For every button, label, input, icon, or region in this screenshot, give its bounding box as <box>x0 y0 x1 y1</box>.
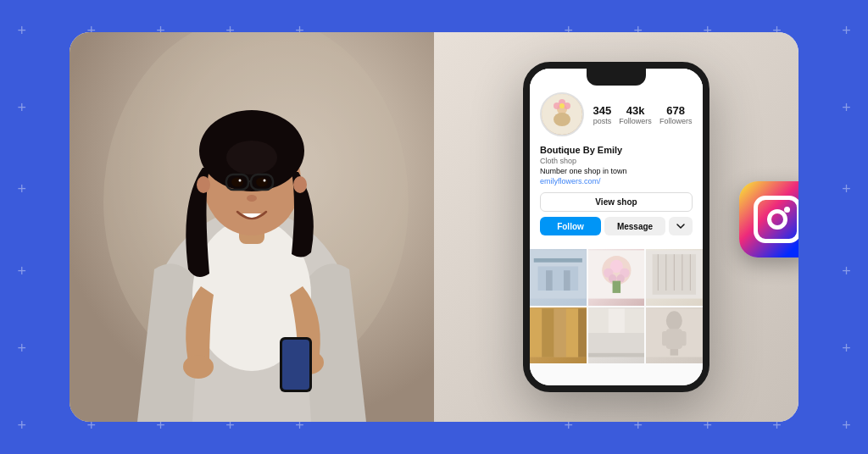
profile-header: 345 posts 43k Followers 678 Followers <box>540 92 693 136</box>
view-shop-button[interactable]: View shop <box>540 192 693 212</box>
plus-decoration: + <box>842 23 851 38</box>
svg-point-21 <box>247 195 257 202</box>
svg-point-23 <box>293 176 307 193</box>
svg-rect-33 <box>546 270 553 291</box>
instagram-logo-dot <box>784 207 790 213</box>
grid-item-5 <box>588 307 645 364</box>
plus-decoration: + <box>17 263 26 279</box>
grid-item-3 <box>646 249 703 306</box>
phone-mockup: 345 posts 43k Followers 678 Followers <box>523 62 709 392</box>
photo-grid <box>530 249 703 363</box>
svg-rect-64 <box>662 331 669 346</box>
right-section: 345 posts 43k Followers 678 Followers <box>434 32 798 422</box>
follow-button[interactable]: Follow <box>540 217 601 235</box>
svg-point-28 <box>564 102 570 109</box>
svg-rect-55 <box>566 308 578 357</box>
plus-decoration: + <box>842 340 851 356</box>
instagram-logo-inner <box>754 196 798 243</box>
svg-point-17 <box>231 178 243 187</box>
posts-count: 345 <box>593 104 612 117</box>
svg-point-19 <box>239 180 242 182</box>
followers-label: Followers <box>619 117 652 125</box>
svg-rect-34 <box>564 270 570 291</box>
svg-rect-65 <box>680 331 687 346</box>
svg-point-26 <box>554 113 570 126</box>
plus-decoration: + <box>842 100 851 115</box>
followers-count: 43k <box>619 104 652 117</box>
svg-point-18 <box>256 178 268 187</box>
profile-bio: Number one shop in town <box>540 167 693 175</box>
following-count: 678 <box>659 104 693 117</box>
grid-item-2 <box>588 249 645 306</box>
profile-name: Boutique By Emily <box>540 145 693 155</box>
svg-rect-66 <box>670 349 679 356</box>
grid-item-6 <box>646 307 703 364</box>
svg-point-20 <box>264 180 266 182</box>
following-stat: 678 Followers <box>659 104 693 125</box>
plus-decoration: + <box>842 263 851 279</box>
posts-label: posts <box>593 117 612 125</box>
instagram-profile: 345 posts 43k Followers 678 Followers <box>530 69 703 249</box>
plus-decoration: + <box>17 23 26 38</box>
svg-rect-35 <box>534 258 582 263</box>
svg-rect-43 <box>612 281 620 293</box>
plus-decoration: + <box>842 181 851 197</box>
avatar-image <box>542 94 582 135</box>
phone-screen: 345 posts 43k Followers 678 Followers <box>530 69 703 385</box>
plus-decoration: + <box>17 340 26 356</box>
woman-photo-section <box>70 32 434 422</box>
svg-rect-53 <box>542 308 554 357</box>
grid-item-1 <box>530 249 587 306</box>
svg-rect-32 <box>538 266 579 291</box>
svg-point-29 <box>554 102 560 109</box>
action-buttons: Follow Message <box>540 217 693 235</box>
svg-rect-7 <box>282 340 309 390</box>
svg-point-62 <box>666 311 682 330</box>
followers-stat: 43k Followers <box>619 104 652 125</box>
instagram-logo-circle <box>767 209 787 230</box>
svg-rect-60 <box>588 352 645 357</box>
plus-decoration: + <box>842 418 851 433</box>
svg-point-4 <box>183 355 214 379</box>
plus-decoration: + <box>17 181 26 197</box>
svg-rect-52 <box>530 308 542 357</box>
posts-stat: 345 posts <box>593 104 612 125</box>
message-button[interactable]: Message <box>604 217 665 235</box>
profile-category: Cloth shop <box>540 157 693 165</box>
profile-avatar <box>540 92 584 136</box>
grid-item-4 <box>530 307 587 364</box>
plus-decoration: + <box>17 100 26 115</box>
following-label: Followers <box>659 117 693 125</box>
plus-decoration: + <box>17 418 26 433</box>
svg-point-11 <box>226 141 277 174</box>
svg-point-30 <box>559 103 565 108</box>
phone-notch <box>587 69 646 86</box>
woman-background <box>70 32 434 422</box>
instagram-logo <box>739 181 798 257</box>
main-card: 345 posts 43k Followers 678 Followers <box>70 32 798 422</box>
svg-rect-54 <box>554 308 566 357</box>
more-button[interactable] <box>669 217 693 235</box>
woman-illustration <box>70 32 434 422</box>
svg-rect-56 <box>578 308 587 357</box>
svg-point-22 <box>197 176 210 193</box>
profile-link: emilyflowers.com/ <box>540 177 693 185</box>
profile-stats: 345 posts 43k Followers 678 Followers <box>593 104 693 125</box>
